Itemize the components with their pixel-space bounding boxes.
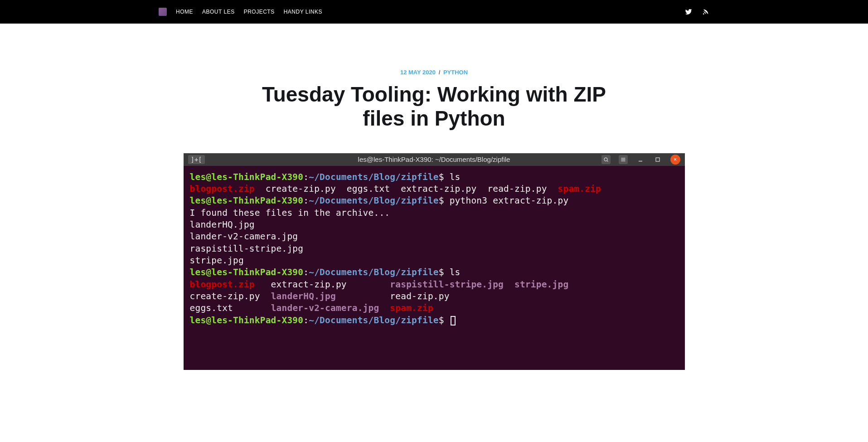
file-img: lander-v2-camera.jpg xyxy=(271,303,379,313)
post-date[interactable]: 12 MAY 2020 xyxy=(400,69,436,76)
terminal-line: landerHQ.jpg xyxy=(190,219,679,231)
file: create-zip.py xyxy=(190,291,260,301)
maximize-icon[interactable] xyxy=(653,155,662,164)
titlebar-right: × xyxy=(601,155,680,165)
file: read-zip.py xyxy=(487,184,547,194)
file: extract-zip.py xyxy=(271,279,347,290)
top-navbar: HOME ABOUT LES PROJECTS HANDY LINKS xyxy=(0,0,868,24)
cmd-text: python3 extract-zip.py xyxy=(450,195,569,206)
svg-rect-6 xyxy=(656,158,659,161)
file: eggs.txt xyxy=(347,184,390,194)
prompt-path: ~/Documents/Blog/zipfile xyxy=(309,267,439,277)
terminal-line: stripe.jpg xyxy=(190,255,679,267)
file-zip: spam.zip xyxy=(558,184,601,194)
rss-icon[interactable] xyxy=(702,8,709,15)
minimize-icon[interactable] xyxy=(636,155,645,164)
terminal-line: les@les-ThinkPad-X390:~/Documents/Blog/z… xyxy=(190,195,679,207)
prompt-colon: : xyxy=(303,195,309,206)
terminal-line: blogpost.zip create-zip.py eggs.txt extr… xyxy=(190,183,679,195)
terminal-title: les@les-ThinkPad-X390: ~/Documents/Blog/… xyxy=(358,155,510,163)
cursor-icon xyxy=(451,316,456,325)
file-img: stripe.jpg xyxy=(514,279,568,290)
file: eggs.txt xyxy=(190,303,233,313)
file: extract-zip.py xyxy=(401,184,476,194)
prompt-dollar: $ xyxy=(439,315,444,325)
prompt-path: ~/Documents/Blog/zipfile xyxy=(309,172,439,182)
post-category[interactable]: PYTHON xyxy=(443,69,468,76)
titlebar-left: ]+[ xyxy=(188,155,205,164)
featured-image: ]+[ les@les-ThinkPad-X390: ~/Documents/B… xyxy=(175,153,694,370)
article-header: 12 MAY 2020 / PYTHON Tuesday Tooling: Wo… xyxy=(242,24,627,144)
terminal-line: les@les-ThinkPad-X390:~/Documents/Blog/z… xyxy=(190,171,679,183)
file: read-zip.py xyxy=(390,291,449,301)
file-img: landerHQ.jpg xyxy=(271,291,336,301)
prompt-dollar: $ xyxy=(439,195,444,206)
close-icon[interactable]: × xyxy=(670,155,680,165)
terminal-line: I found these files in the archive... xyxy=(190,207,679,219)
prompt-user: les@les-ThinkPad-X390 xyxy=(190,195,304,206)
prompt-user: les@les-ThinkPad-X390 xyxy=(190,172,304,182)
terminal-line: raspistill-stripe.jpg xyxy=(190,243,679,255)
svg-point-0 xyxy=(703,13,704,15)
search-icon[interactable] xyxy=(601,155,611,164)
meta-separator: / xyxy=(439,69,441,76)
prompt-path: ~/Documents/Blog/zipfile xyxy=(309,195,439,206)
terminal-line: les@les-ThinkPad-X390:~/Documents/Blog/z… xyxy=(190,315,679,326)
post-title: Tuesday Tooling: Working with ZIP files … xyxy=(242,83,627,131)
nav-home[interactable]: HOME xyxy=(176,9,193,15)
prompt-colon: : xyxy=(303,172,309,182)
nav-about[interactable]: ABOUT LES xyxy=(202,9,235,15)
post-meta: 12 MAY 2020 / PYTHON xyxy=(242,69,627,76)
file: create-zip.py xyxy=(266,184,336,194)
terminal-line: les@les-ThinkPad-X390:~/Documents/Blog/z… xyxy=(190,267,679,278)
terminal-line: lander-v2-camera.jpg xyxy=(190,231,679,243)
nav-projects[interactable]: PROJECTS xyxy=(244,9,275,15)
prompt-colon: : xyxy=(303,267,309,277)
terminal-line: create-zip.py landerHQ.jpg read-zip.py xyxy=(190,291,679,302)
terminal-line: blogpost.zip extract-zip.py raspistill-s… xyxy=(190,279,679,291)
svg-point-1 xyxy=(604,158,607,161)
cmd-text: ls xyxy=(450,172,461,182)
terminal-titlebar: ]+[ les@les-ThinkPad-X390: ~/Documents/B… xyxy=(184,153,685,166)
prompt-dollar: $ xyxy=(439,172,444,182)
nav-handy-links[interactable]: HANDY LINKS xyxy=(284,9,322,15)
twitter-icon[interactable] xyxy=(685,8,692,15)
nav-left: HOME ABOUT LES PROJECTS HANDY LINKS xyxy=(159,8,322,16)
site-logo[interactable] xyxy=(159,8,167,16)
new-tab-icon[interactable]: ]+[ xyxy=(188,155,205,164)
nav-links: HOME ABOUT LES PROJECTS HANDY LINKS xyxy=(176,9,322,15)
terminal-window: ]+[ les@les-ThinkPad-X390: ~/Documents/B… xyxy=(184,153,685,370)
file-img: raspistill-stripe.jpg xyxy=(390,279,504,290)
menu-icon[interactable] xyxy=(619,155,628,164)
prompt-colon: : xyxy=(303,315,309,325)
file-zip: blogpost.zip xyxy=(190,184,255,194)
cmd-text: ls xyxy=(450,267,461,277)
prompt-dollar: $ xyxy=(439,267,444,277)
nav-right xyxy=(685,8,709,15)
file-zip: blogpost.zip xyxy=(190,279,255,290)
file-zip: spam.zip xyxy=(390,303,433,313)
terminal-line: eggs.txt lander-v2-camera.jpg spam.zip xyxy=(190,302,679,314)
prompt-user: les@les-ThinkPad-X390 xyxy=(190,267,304,277)
prompt-path: ~/Documents/Blog/zipfile xyxy=(309,315,439,325)
terminal-body: les@les-ThinkPad-X390:~/Documents/Blog/z… xyxy=(184,166,685,370)
prompt-user: les@les-ThinkPad-X390 xyxy=(190,315,304,325)
